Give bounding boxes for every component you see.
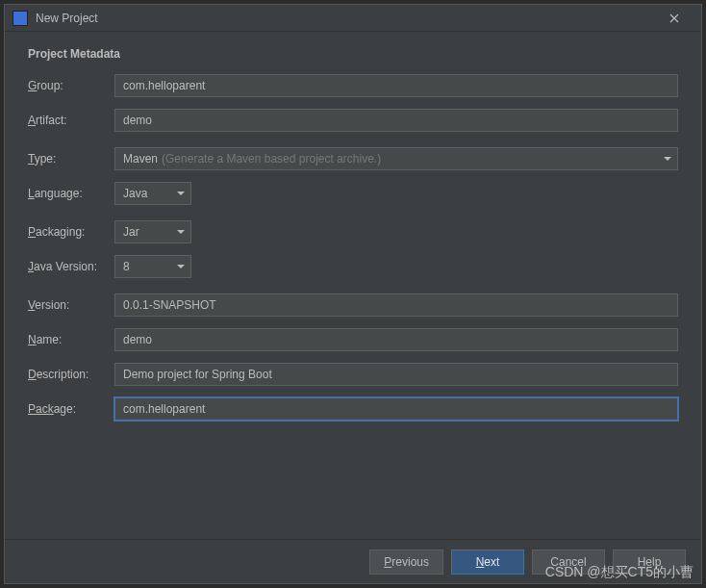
row-java-version: Java Version: 8: [28, 255, 678, 278]
chevron-down-icon: [177, 192, 185, 195]
type-value: Maven: [123, 152, 158, 166]
label-group: Group:: [28, 79, 114, 92]
language-select[interactable]: Java: [114, 182, 191, 205]
footer: Previous Next Cancel Help: [5, 539, 701, 583]
label-java-version: Java Version:: [28, 260, 114, 273]
name-input[interactable]: [114, 328, 678, 351]
previous-button[interactable]: Previous: [369, 550, 443, 575]
cancel-button[interactable]: Cancel: [532, 550, 605, 575]
packaging-value: Jar: [123, 225, 139, 239]
next-button[interactable]: Next: [451, 550, 524, 575]
label-language: Language:: [28, 187, 114, 200]
packaging-select[interactable]: Jar: [114, 220, 191, 243]
version-input[interactable]: [114, 294, 678, 317]
chevron-down-icon: [177, 265, 185, 268]
label-type: Type:: [28, 152, 114, 166]
description-input[interactable]: [114, 363, 678, 386]
new-project-dialog: New Project Project Metadata Group: Arti…: [4, 4, 702, 584]
language-value: Java: [123, 187, 147, 200]
titlebar: New Project: [5, 5, 701, 32]
java-version-value: 8: [123, 260, 130, 273]
row-type: Type: Maven (Generate a Maven based proj…: [28, 147, 678, 170]
chevron-down-icon: [177, 230, 185, 234]
row-artifact: Artifact:: [28, 109, 678, 132]
label-artifact: Artifact:: [28, 114, 114, 127]
row-group: Group:: [28, 74, 678, 97]
row-description: Description:: [28, 363, 678, 386]
row-version: Version:: [28, 294, 678, 317]
label-description: Description:: [28, 368, 114, 381]
row-language: Language: Java: [28, 182, 678, 205]
section-title: Project Metadata: [28, 47, 678, 61]
row-name: Name:: [28, 328, 678, 351]
app-icon: [13, 11, 28, 26]
label-version: Version:: [28, 298, 114, 312]
row-packaging: Packaging: Jar: [28, 220, 678, 243]
help-button[interactable]: Help: [613, 550, 686, 575]
package-input[interactable]: [114, 397, 678, 421]
label-packaging: Packaging:: [28, 225, 114, 239]
close-icon: [669, 13, 679, 23]
type-select[interactable]: Maven (Generate a Maven based project ar…: [114, 147, 678, 170]
content-area: Project Metadata Group: Artifact: Type: …: [5, 32, 701, 539]
artifact-input[interactable]: [114, 109, 678, 132]
group-input[interactable]: [114, 74, 678, 97]
row-package: Package:: [28, 397, 678, 421]
chevron-down-icon: [664, 157, 671, 161]
label-name: Name:: [28, 333, 114, 346]
type-hint: (Generate a Maven based project archive.…: [162, 152, 381, 166]
java-version-select[interactable]: 8: [114, 255, 191, 278]
close-button[interactable]: [655, 5, 693, 32]
window-title: New Project: [36, 12, 655, 25]
label-package: Package:: [28, 402, 114, 416]
